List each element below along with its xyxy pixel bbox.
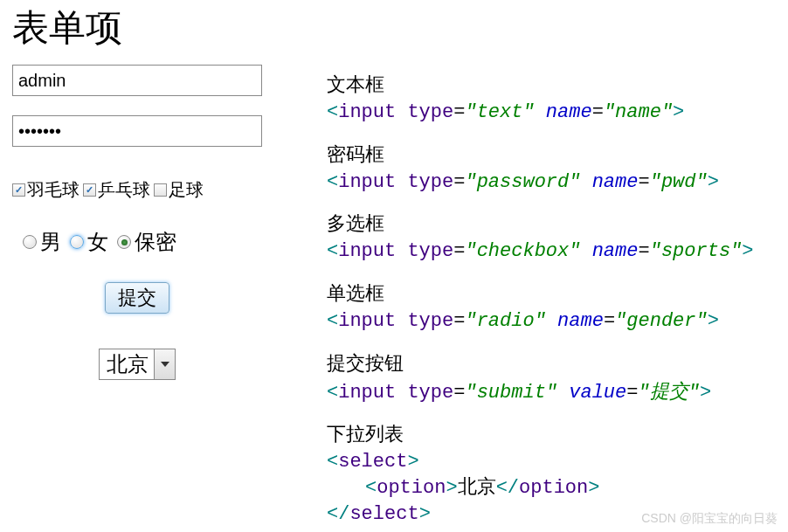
checkbox-label: 乒乓球 <box>98 178 150 202</box>
section-label: 文本框 <box>327 72 776 98</box>
radio-label: 男 <box>40 228 61 256</box>
radio-男[interactable]: 男 <box>23 228 61 256</box>
name-input[interactable] <box>12 65 262 96</box>
section-label: 密码框 <box>327 142 776 168</box>
code-line: <option>北京</option> <box>327 475 776 501</box>
checkbox-乒乓球[interactable]: 乒乓球 <box>83 178 150 202</box>
radio-label: 女 <box>87 228 108 256</box>
code-section: 多选框<input type="checkbox" name="sports"> <box>327 211 776 265</box>
radio-icon <box>70 235 84 249</box>
submit-button[interactable]: 提交 <box>105 282 169 314</box>
select-value: 北京 <box>100 349 154 379</box>
checkbox-row: 羽毛球乒乓球足球 <box>12 178 309 202</box>
password-input[interactable] <box>12 115 262 147</box>
checkbox-羽毛球[interactable]: 羽毛球 <box>12 178 79 202</box>
code-line: <input type="checkbox" name="sports"> <box>327 238 776 265</box>
section-label: 提交按钮 <box>327 350 776 377</box>
code-section: 单选框<input type="radio" name="gender"> <box>327 280 776 335</box>
code-section: 密码框<input type="password" name="pwd"> <box>327 142 776 196</box>
code-line: <select> <box>327 449 776 475</box>
city-select[interactable]: 北京 <box>99 349 176 380</box>
watermark: CSDN @阳宝宝的向日葵 <box>641 511 778 527</box>
checkbox-icon <box>83 183 96 197</box>
code-line: <input type="submit" value="提交"> <box>327 378 776 406</box>
radio-icon <box>117 235 131 249</box>
checkbox-icon <box>154 183 167 197</box>
radio-保密[interactable]: 保密 <box>117 228 176 256</box>
checkbox-label: 足球 <box>169 178 204 202</box>
chevron-down-icon <box>154 349 175 379</box>
section-label: 下拉列表 <box>327 421 776 447</box>
code-line: <input type="password" name="pwd"> <box>327 169 776 196</box>
section-label: 单选框 <box>327 280 776 307</box>
radio-icon <box>23 235 37 249</box>
checkbox-label: 羽毛球 <box>27 178 79 202</box>
checkbox-icon <box>12 183 25 197</box>
code-section: 提交按钮<input type="submit" value="提交"> <box>327 350 776 406</box>
radio-女[interactable]: 女 <box>70 228 108 256</box>
radio-row: 男女保密 <box>23 228 309 256</box>
radio-label: 保密 <box>135 228 176 256</box>
page-title: 表单项 <box>12 3 309 52</box>
section-label: 多选框 <box>327 211 776 237</box>
checkbox-足球[interactable]: 足球 <box>154 178 204 202</box>
code-section: 文本框<input type="text" name="name"> <box>327 72 776 126</box>
code-line: <input type="text" name="name"> <box>327 100 776 126</box>
code-line: <input type="radio" name="gender"> <box>327 308 776 335</box>
